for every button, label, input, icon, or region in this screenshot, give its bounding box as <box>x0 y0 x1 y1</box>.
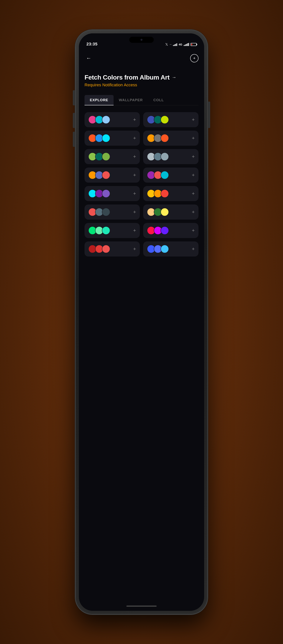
bar5b <box>188 43 189 46</box>
phone-device: 23:35 𝕏 ·· 4G <box>76 30 207 614</box>
color-dot-13-3 <box>102 226 110 235</box>
palette-add-11[interactable]: + <box>133 209 136 215</box>
palette-card-1[interactable]: + <box>85 112 140 127</box>
main-content[interactable]: ← + Fetch Colors from Album Art → Requir… <box>79 48 204 602</box>
status-icons: 𝕏 ·· 4G <box>165 42 197 46</box>
palette-add-12[interactable]: + <box>192 209 195 215</box>
palette-dots-12 <box>147 208 167 216</box>
color-dot-14-3 <box>161 226 169 235</box>
back-arrow-icon: ← <box>86 55 91 61</box>
status-bar: 23:35 𝕏 ·· 4G <box>79 33 204 48</box>
palette-add-13[interactable]: + <box>133 228 136 233</box>
palette-add-7[interactable]: + <box>133 172 136 178</box>
palette-add-15[interactable]: + <box>133 246 136 252</box>
color-dot-12-3 <box>161 208 169 216</box>
tab-collections[interactable]: COLL <box>148 95 169 105</box>
palette-card-10[interactable]: + <box>143 186 198 201</box>
notch <box>129 37 154 43</box>
tab-wallpaper[interactable]: WALLPAPER <box>114 95 148 105</box>
color-dot-7-3 <box>102 171 110 179</box>
palette-dots-2 <box>147 116 167 124</box>
battery-fill <box>191 44 192 45</box>
color-dot-3-3 <box>102 134 110 142</box>
color-dot-2-3 <box>161 116 169 124</box>
color-dot-10-3 <box>161 190 169 198</box>
back-button[interactable]: ← <box>85 54 93 62</box>
palette-add-4[interactable]: + <box>192 135 195 141</box>
palette-card-3[interactable]: + <box>85 130 140 146</box>
bar1 <box>173 45 174 46</box>
bar2 <box>174 44 175 46</box>
page-subtitle: Requires Notification Access <box>85 82 198 88</box>
palette-dots-14 <box>147 226 167 235</box>
palette-dots-9 <box>88 190 109 198</box>
page-title: Fetch Colors from Album Art <box>85 74 170 81</box>
palette-card-14[interactable]: + <box>143 223 198 238</box>
phone-screen: 23:35 𝕏 ·· 4G <box>79 33 204 611</box>
palette-add-10[interactable]: + <box>192 190 195 196</box>
palette-card-5[interactable]: + <box>85 149 140 164</box>
palette-dots-1 <box>88 116 109 124</box>
palette-add-16[interactable]: + <box>192 246 195 252</box>
color-dot-1-3 <box>102 116 110 124</box>
status-time: 23:35 <box>86 42 98 46</box>
palette-dots-10 <box>147 190 167 198</box>
palette-card-7[interactable]: + <box>85 168 140 183</box>
page-header: Fetch Colors from Album Art → Requires N… <box>85 74 198 88</box>
page-title-row[interactable]: Fetch Colors from Album Art → <box>85 74 198 81</box>
home-bar <box>126 606 157 607</box>
palette-add-9[interactable]: + <box>133 190 136 196</box>
front-camera <box>141 39 142 41</box>
palette-card-2[interactable]: + <box>143 112 198 127</box>
color-dot-9-3 <box>102 190 110 198</box>
color-dot-5-3 <box>102 152 110 161</box>
home-indicator <box>79 602 204 611</box>
bar3b <box>186 44 187 46</box>
bar2b <box>185 44 186 46</box>
palette-dots-6 <box>147 152 167 161</box>
palette-add-8[interactable]: + <box>192 172 195 178</box>
palette-dots-7 <box>88 171 109 179</box>
battery-icon <box>191 43 197 46</box>
signal-strength-2 <box>184 43 189 46</box>
twitter-icon: 𝕏 <box>165 42 168 46</box>
palette-add-5[interactable]: + <box>133 154 136 160</box>
palette-dots-3 <box>88 134 109 142</box>
bar3 <box>175 44 176 46</box>
palette-dots-15 <box>88 245 109 253</box>
palette-card-12[interactable]: + <box>143 204 198 220</box>
palette-dots-13 <box>88 226 109 235</box>
palette-grid: ++++++++++++++++ <box>85 112 198 256</box>
battery-body <box>191 43 197 46</box>
color-dot-4-3 <box>161 134 169 142</box>
bar1b <box>184 45 184 46</box>
palette-add-3[interactable]: + <box>133 135 136 141</box>
palette-card-15[interactable]: + <box>85 242 140 256</box>
signal-strength <box>173 43 177 46</box>
top-navigation: ← + <box>85 52 198 64</box>
palette-card-13[interactable]: + <box>85 223 140 238</box>
notification-dot: ·· <box>170 42 171 46</box>
palette-add-14[interactable]: + <box>192 228 195 233</box>
palette-card-11[interactable]: + <box>85 204 140 220</box>
palette-dots-5 <box>88 152 109 161</box>
color-dot-8-3 <box>161 171 169 179</box>
color-dot-6-3 <box>161 152 169 161</box>
palette-dots-4 <box>147 134 167 142</box>
color-dot-15-3 <box>102 245 110 253</box>
palette-card-9[interactable]: + <box>85 186 140 201</box>
add-button[interactable]: + <box>190 54 198 62</box>
palette-add-2[interactable]: + <box>192 117 195 122</box>
palette-add-6[interactable]: + <box>192 154 195 160</box>
palette-card-16[interactable]: + <box>143 242 198 256</box>
network-type: 4G <box>179 43 182 46</box>
palette-dots-8 <box>147 171 167 179</box>
plus-icon: + <box>193 56 196 60</box>
palette-card-6[interactable]: + <box>143 149 198 164</box>
palette-card-4[interactable]: + <box>143 130 198 146</box>
tab-explore[interactable]: EXPLORE <box>85 95 114 105</box>
color-dot-16-3 <box>161 245 169 253</box>
palette-add-1[interactable]: + <box>133 117 136 122</box>
color-dot-11-3 <box>102 208 110 216</box>
palette-card-8[interactable]: + <box>143 168 198 183</box>
